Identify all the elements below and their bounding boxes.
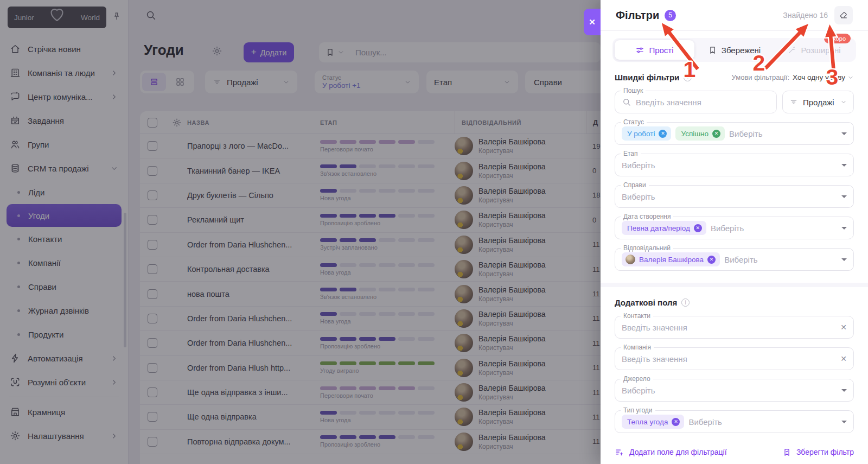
- avatar: [626, 255, 635, 264]
- filter-field-contacts[interactable]: КонтактиВведіть значення✕: [615, 316, 854, 339]
- filter-lines-icon: [789, 98, 798, 106]
- filter-field-company[interactable]: КомпаніяВведіть значення✕: [615, 347, 854, 370]
- filter-field-created-date[interactable]: Дата створенняПевна дата/період✕Виберіть: [615, 217, 854, 239]
- dropdown-arrow-icon[interactable]: [841, 195, 847, 198]
- remove-chip-icon[interactable]: ✕: [659, 130, 667, 138]
- overlay-scrim[interactable]: [0, 0, 601, 464]
- field-placeholder: Виберіть: [711, 224, 744, 233]
- close-panel-button[interactable]: ✕: [584, 9, 601, 35]
- filter-chip[interactable]: Тепла угода✕: [622, 415, 684, 429]
- field-label: Пошук: [621, 87, 646, 94]
- mini-select-value: Продажі: [803, 98, 834, 107]
- field-placeholder: Виберіть: [688, 417, 722, 427]
- filter-field-cases[interactable]: СправиВиберіть: [615, 185, 854, 208]
- conditions-select[interactable]: Хоч одну умову: [793, 73, 854, 81]
- filter-field-stage[interactable]: ЕтапВиберіть: [615, 154, 854, 176]
- tab-label: Збережені: [722, 46, 761, 55]
- field-placeholder: Виберіть: [729, 129, 763, 138]
- info-icon: i: [684, 73, 692, 81]
- field-label: Етап: [621, 150, 641, 157]
- panel-title: Фільтри: [616, 9, 659, 22]
- found-count: Знайдено 16: [783, 11, 828, 20]
- field-label: Джерело: [621, 375, 653, 383]
- filter-chip[interactable]: Валерія Башкірова✕: [622, 252, 720, 266]
- filter-panel-body: Швидкі фільтри i Умови фільтрації: Хоч о…: [601, 62, 868, 464]
- clear-icon[interactable]: ✕: [840, 354, 847, 363]
- add-field-icon: [615, 447, 624, 457]
- section-divider: [601, 283, 868, 287]
- chevron-down-icon: [847, 74, 854, 81]
- field-placeholder: Введіть значення: [636, 98, 701, 107]
- dropdown-arrow-icon[interactable]: [841, 421, 847, 423]
- field-label: Відповідальний: [621, 244, 673, 252]
- sliders-icon: [635, 46, 644, 55]
- filter-tabs: ПростіЗбереженіРозширеніСкоро: [612, 38, 856, 62]
- filter-panel: Фільтри 5 Знайдено 16 ПростіЗбереженіРоз…: [601, 0, 868, 464]
- extra-fields-title: Додаткові поля: [615, 298, 677, 307]
- save-filter-link[interactable]: Зберегти фільтр: [782, 448, 854, 457]
- field-placeholder: Виберіть: [622, 386, 655, 395]
- remove-chip-icon[interactable]: ✕: [672, 418, 680, 426]
- filter-field-responsible[interactable]: ВідповідальнийВалерія Башкірова✕Виберіть: [615, 248, 854, 271]
- quick-filters-title: Швидкі фільтри: [615, 73, 679, 82]
- field-label: Дата створення: [621, 213, 673, 220]
- search-icon: [622, 97, 631, 107]
- filter-panel-header: Фільтри 5 Знайдено 16: [601, 0, 868, 31]
- field-row: ПошукВведіть значенняПродажі: [615, 91, 854, 113]
- crm-app: Junior World Стрічка новинКомпанія та лю…: [0, 0, 868, 464]
- close-icon: ✕: [589, 17, 596, 27]
- field-placeholder: Виберіть: [622, 192, 655, 201]
- filter-chip[interactable]: Певна дата/період✕: [622, 221, 706, 235]
- quick-fields: ПошукВведіть значенняПродажіСтатусУ робо…: [615, 91, 854, 271]
- field-placeholder: Введіть значення: [622, 354, 687, 364]
- filter-field-status[interactable]: СтатусУ роботі✕Успішно✕Виберіть: [615, 122, 854, 145]
- field-label: Статус: [621, 118, 647, 126]
- add-filter-field-link[interactable]: Додати поле для фільтрації: [615, 447, 727, 457]
- active-filters-badge: 5: [665, 10, 676, 21]
- field-label: Справи: [621, 181, 649, 189]
- remove-chip-icon[interactable]: ✕: [707, 256, 716, 264]
- dropdown-arrow-icon[interactable]: [841, 389, 847, 392]
- soon-badge: Скоро: [824, 34, 851, 43]
- bookmark-icon: [708, 46, 717, 55]
- clear-icon[interactable]: ✕: [840, 323, 847, 332]
- filter-tab-saved[interactable]: Збережені: [694, 40, 774, 60]
- filter-field-deal-type[interactable]: Тип угодиТепла угода✕Виберіть: [615, 410, 854, 433]
- extra-fields: КонтактиВведіть значення✕КомпаніяВведіть…: [615, 316, 854, 433]
- field-placeholder: Виберіть: [724, 255, 758, 264]
- field-label: Контакти: [621, 312, 653, 320]
- chevron-down-icon: [840, 99, 847, 105]
- field-label: Тип угоди: [621, 406, 655, 414]
- clear-filters-eraser-button[interactable]: [834, 6, 853, 24]
- funnel-mini-select[interactable]: Продажі: [782, 91, 854, 113]
- filter-chip[interactable]: Успішно✕: [675, 126, 725, 141]
- filter-field-search[interactable]: ПошукВведіть значення: [615, 91, 777, 113]
- dropdown-arrow-icon[interactable]: [841, 164, 847, 167]
- tab-label: Прості: [649, 46, 673, 55]
- remove-chip-icon[interactable]: ✕: [712, 130, 720, 138]
- wand-icon: [787, 46, 796, 55]
- filter-field-source[interactable]: ДжерелоВиберіть: [615, 379, 854, 402]
- remove-chip-icon[interactable]: ✕: [694, 224, 702, 232]
- dropdown-arrow-icon[interactable]: [841, 258, 847, 261]
- dropdown-arrow-icon[interactable]: [841, 132, 847, 135]
- filter-tab-simple[interactable]: Прості: [615, 40, 694, 60]
- field-placeholder: Виберіть: [622, 161, 655, 170]
- conditions-label: Умови фільтрації:: [732, 73, 790, 81]
- dropdown-arrow-icon[interactable]: [841, 227, 847, 230]
- info-icon: i: [681, 298, 690, 307]
- tab-label: Розширені: [801, 46, 840, 55]
- bookmark-check-icon: [782, 448, 792, 457]
- field-label: Компанія: [621, 344, 654, 351]
- filter-chip[interactable]: У роботі✕: [622, 126, 671, 141]
- field-placeholder: Введіть значення: [622, 323, 687, 332]
